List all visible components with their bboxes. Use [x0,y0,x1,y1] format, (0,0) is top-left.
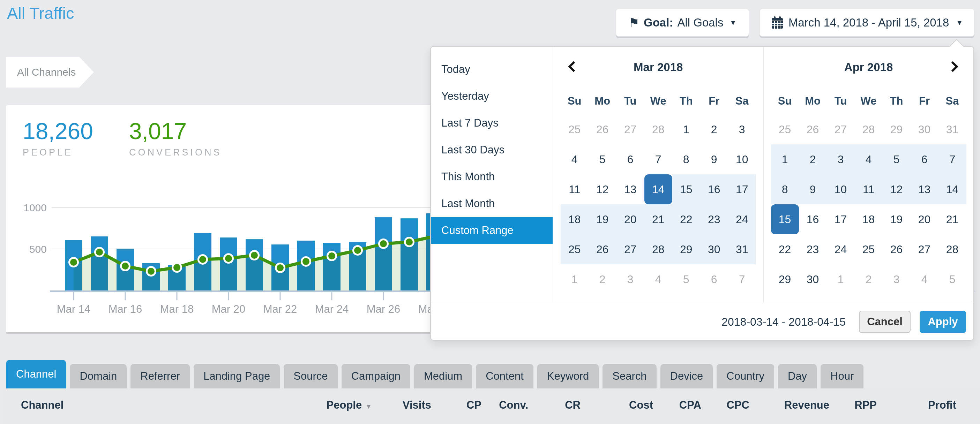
tab-channel[interactable]: Channel [6,360,66,388]
day-cell[interactable]: 7 [939,145,966,174]
day-cell[interactable]: 6 [616,145,644,174]
next-month-icon[interactable] [947,61,958,72]
day-cell[interactable]: 26 [589,114,616,145]
day-cell[interactable]: 1 [561,264,589,294]
day-cell[interactable]: 19 [589,204,616,234]
day-cell[interactable]: 2 [589,264,616,294]
day-cell[interactable]: 11 [561,174,589,204]
day-cell[interactable]: 25 [561,234,589,264]
day-cell[interactable]: 8 [771,174,799,204]
day-cell[interactable]: 10 [728,145,756,174]
day-cell[interactable]: 25 [855,234,883,264]
day-cell[interactable]: 3 [616,264,644,294]
column-header-cr[interactable]: CR [565,399,581,411]
day-cell[interactable]: 18 [855,204,883,234]
tab-device[interactable]: Device [660,364,713,388]
tab-landing-page[interactable]: Landing Page [194,364,280,388]
preset-last-30-days[interactable]: Last 30 Days [431,137,553,163]
day-cell[interactable]: 25 [561,114,589,145]
day-cell[interactable]: 28 [644,234,672,264]
preset-last-month[interactable]: Last Month [431,190,553,217]
tab-domain[interactable]: Domain [70,364,127,388]
day-cell[interactable]: 22 [771,234,799,264]
tab-hour[interactable]: Hour [821,364,864,388]
day-cell[interactable]: 1 [672,114,700,145]
day-cell[interactable]: 1 [771,145,799,174]
prev-month-icon[interactable] [568,61,579,72]
apply-button[interactable]: Apply [920,311,966,333]
day-cell[interactable]: 17 [827,204,855,234]
column-header-cp[interactable]: CP [466,399,482,411]
day-cell[interactable]: 19 [883,204,911,234]
preset-last-7-days[interactable]: Last 7 Days [431,110,553,137]
day-cell[interactable]: 31 [939,114,966,145]
day-cell[interactable]: 26 [883,234,911,264]
day-cell[interactable]: 28 [855,114,883,145]
day-cell[interactable]: 4 [644,264,672,294]
day-cell[interactable]: 3 [883,264,911,294]
tab-content[interactable]: Content [476,364,533,388]
day-cell[interactable]: 23 [700,204,728,234]
day-cell[interactable]: 4 [911,264,939,294]
tab-referrer[interactable]: Referrer [130,364,190,388]
day-cell[interactable]: 27 [827,114,855,145]
tab-keyword[interactable]: Keyword [537,364,599,388]
preset-today[interactable]: Today [431,56,553,83]
day-cell[interactable]: 5 [939,264,966,294]
day-cell[interactable]: 29 [771,264,799,294]
column-header-rpp[interactable]: RPP [854,399,877,411]
day-cell[interactable]: 5 [672,264,700,294]
preset-yesterday[interactable]: Yesterday [431,83,553,110]
column-header-revenue[interactable]: Revenue [784,399,829,411]
day-cell[interactable]: 9 [700,145,728,174]
day-cell[interactable]: 1 [827,264,855,294]
day-cell[interactable]: 4 [561,145,589,174]
day-cell[interactable]: 3 [827,145,855,174]
day-cell[interactable]: 12 [589,174,616,204]
column-header-profit[interactable]: Profit [928,399,956,411]
day-cell[interactable]: 29 [672,234,700,264]
day-cell[interactable]: 25 [771,114,799,145]
day-cell[interactable]: 28 [939,234,966,264]
day-cell[interactable]: 14 [939,174,966,204]
goal-selector-button[interactable]: ⚑ Goal: All Goals ▼ [616,9,749,37]
column-header-conv[interactable]: Conv. [499,399,528,411]
day-cell[interactable]: 26 [589,234,616,264]
day-cell[interactable]: 11 [855,174,883,204]
day-cell[interactable]: 7 [644,145,672,174]
day-cell[interactable]: 4 [855,145,883,174]
column-header-channel[interactable]: Channel [21,399,64,411]
column-header-cost[interactable]: Cost [629,399,653,411]
day-cell[interactable]: 27 [616,234,644,264]
day-cell[interactable]: 8 [672,145,700,174]
day-cell[interactable]: 6 [700,264,728,294]
day-cell[interactable]: 29 [883,114,911,145]
day-cell[interactable]: 2 [855,264,883,294]
tab-day[interactable]: Day [778,364,817,388]
cancel-button[interactable]: Cancel [859,311,911,333]
day-cell[interactable]: 20 [616,204,644,234]
day-cell[interactable]: 15 [672,174,700,204]
column-header-cpc[interactable]: CPC [727,399,749,411]
day-cell[interactable]: 6 [911,145,939,174]
day-cell[interactable]: 13 [911,174,939,204]
day-cell[interactable]: 12 [883,174,911,204]
day-cell[interactable]: 22 [672,204,700,234]
day-cell[interactable]: 5 [589,145,616,174]
tab-country[interactable]: Country [717,364,774,388]
day-cell[interactable]: 17 [728,174,756,204]
day-cell[interactable]: 13 [616,174,644,204]
column-header-cpa[interactable]: CPA [679,399,701,411]
day-cell[interactable]: 23 [799,234,827,264]
day-cell[interactable]: 24 [827,234,855,264]
day-cell[interactable]: 15 [771,204,799,234]
day-cell[interactable]: 5 [883,145,911,174]
day-cell[interactable]: 10 [827,174,855,204]
day-cell[interactable]: 31 [728,234,756,264]
breadcrumb-all-channels[interactable]: All Channels [6,57,94,87]
day-cell[interactable]: 21 [644,204,672,234]
preset-this-month[interactable]: This Month [431,163,553,190]
day-cell[interactable]: 27 [616,114,644,145]
day-cell[interactable]: 16 [700,174,728,204]
day-cell[interactable]: 24 [728,204,756,234]
